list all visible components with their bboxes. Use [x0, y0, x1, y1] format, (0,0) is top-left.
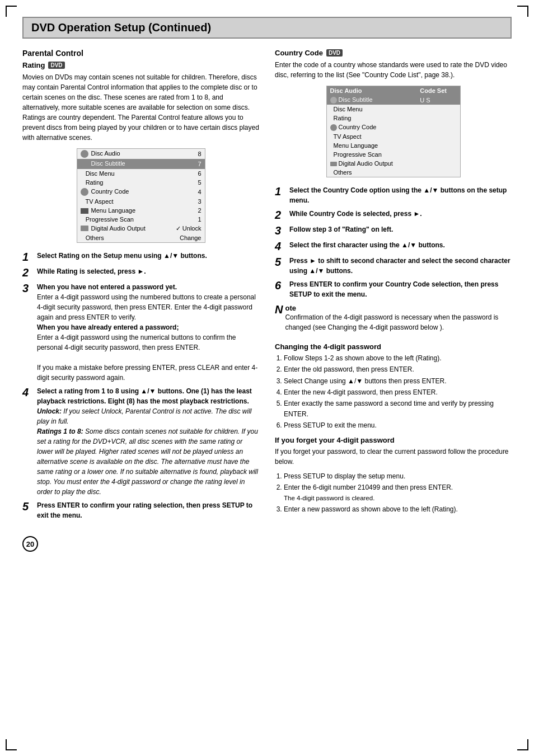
menu-row-rating: Rating 5 — [77, 178, 205, 187]
disc-subtitle-icon — [81, 160, 88, 168]
country-menu-others: Others — [327, 168, 460, 177]
country-menu-disc-menu: Disc Menu — [327, 105, 460, 114]
password-cleared-note: The 4-digit password is cleared. — [284, 495, 374, 501]
page-number: 20 — [22, 536, 38, 552]
rating-steps: 1 Select Rating on the Setup menu using … — [22, 251, 259, 520]
rating-intro: Movies on DVDs may contain scenes not su… — [22, 72, 259, 143]
rating-heading: Rating DVD — [22, 61, 259, 69]
forget-password-heading: If you forget your 4-digit password — [275, 436, 512, 444]
country-menu-country-code: Country Code — [327, 123, 460, 132]
country-menu-header: Disc Audio Code Set — [327, 86, 460, 95]
forget-password-list: Press SETUP to display the setup menu. E… — [284, 471, 512, 515]
list-item: Follow Steps 1-2 as shown above to the l… — [284, 353, 512, 364]
menu-row-digital-audio: Digital Audio Output ✓ Unlock — [77, 224, 205, 233]
cc-step-5: 5 Press ► to shift to second character a… — [275, 256, 512, 276]
rating-step-3: 3 When you have not entered a password y… — [22, 282, 259, 383]
right-column: Country Code DVD Enter the code of a cou… — [275, 49, 512, 525]
cc-step-6: 6 Press ENTER to confirm your Country Co… — [275, 279, 512, 299]
rating-step-2: 2 While Rating is selected, press ►. — [22, 266, 259, 279]
country-code-heading: Country Code DVD — [275, 49, 512, 57]
country-code-menu: Disc Audio Code Set Disc Subtitle U S Di… — [326, 86, 461, 177]
changing-password-list: Follow Steps 1-2 as shown above to the l… — [284, 353, 512, 431]
country-menu-rating: Rating — [327, 114, 460, 123]
country-menu-digital-audio: Digital Audio Output — [327, 159, 460, 168]
list-item: Enter the 6-digit number 210499 and then… — [284, 482, 512, 504]
left-column: Parental Control Rating DVD Movies on DV… — [22, 49, 259, 525]
list-item: Press SETUP to display the setup menu. — [284, 471, 512, 482]
rating-dvd-badge: DVD — [48, 62, 64, 69]
rating-step-1: 1 Select Rating on the Setup menu using … — [22, 251, 259, 263]
cc-step-4: 4 Select the first character using the ▲… — [275, 240, 512, 252]
page-title-bar: DVD Operation Setup (Continued) — [22, 17, 512, 39]
rating-setup-menu: Disc Audio 8 Disc Subtitle 7 Disc Menu 6… — [77, 148, 205, 243]
menu-row-country-code: Country Code 4 — [77, 187, 205, 197]
menu-row-disc-subtitle: Disc Subtitle 7 — [77, 159, 205, 169]
list-item: Enter a new password as shown above to t… — [284, 504, 512, 515]
country-menu-prog-scan: Progressive Scan — [327, 150, 460, 159]
menu-row-progressive-scan: Progressive Scan 1 — [77, 215, 205, 224]
country-code-dvd-badge: DVD — [326, 49, 343, 57]
country-code-intro: Enter the code of a country whose standa… — [275, 60, 512, 80]
note-ote-label: ote — [285, 304, 296, 312]
list-item: Select Change using ▲/▼ buttons then pre… — [284, 376, 512, 387]
list-item: Enter exactly the same password a second… — [284, 398, 512, 420]
note-section: N ote Confirmation of the 4-digit passwo… — [275, 304, 512, 337]
menu-row-disc-audio: Disc Audio 8 — [77, 149, 205, 159]
menu-row-menu-language: Menu Language 2 — [77, 206, 205, 215]
list-item: Enter the old password, then press ENTER… — [284, 364, 512, 375]
parental-control-heading: Parental Control — [22, 49, 259, 58]
country-menu-menu-lang: Menu Language — [327, 141, 460, 150]
cc-step-2: 2 While Country Code is selected, press … — [275, 209, 512, 221]
country-menu-subtitle: Disc Subtitle U S — [327, 95, 460, 105]
note-text: Confirmation of the 4-digit password is … — [285, 312, 512, 332]
country-menu-tv-aspect: TV Aspect — [327, 132, 460, 141]
note-n-icon: N — [275, 304, 283, 315]
cc-step-1: 1 Select the Country Code option using t… — [275, 185, 512, 205]
menu-row-tv-aspect: TV Aspect 3 — [77, 197, 205, 206]
cc-step-3: 3 Follow step 3 of "Rating" on left. — [275, 224, 512, 237]
page-number-area: 20 — [22, 536, 512, 552]
page-title: DVD Operation Setup (Continued) — [31, 21, 503, 34]
rating-step-4: 4 Select a rating from 1 to 8 using ▲/▼ … — [22, 386, 259, 497]
menu-row-disc-menu: Disc Menu 6 — [77, 169, 205, 178]
disc-icon — [81, 150, 88, 158]
list-item: Enter the new 4-digit password, then pre… — [284, 387, 512, 398]
country-code-steps: 1 Select the Country Code option using t… — [275, 185, 512, 299]
changing-password-heading: Changing the 4-digit password — [275, 342, 512, 351]
rating-step-5: 5 Press ENTER to confirm your rating sel… — [22, 500, 259, 520]
forget-password-intro: If you forget your password, to clear th… — [275, 447, 512, 467]
list-item: Press SETUP to exit the menu. — [284, 420, 512, 431]
menu-row-others: Others Change — [77, 233, 205, 242]
